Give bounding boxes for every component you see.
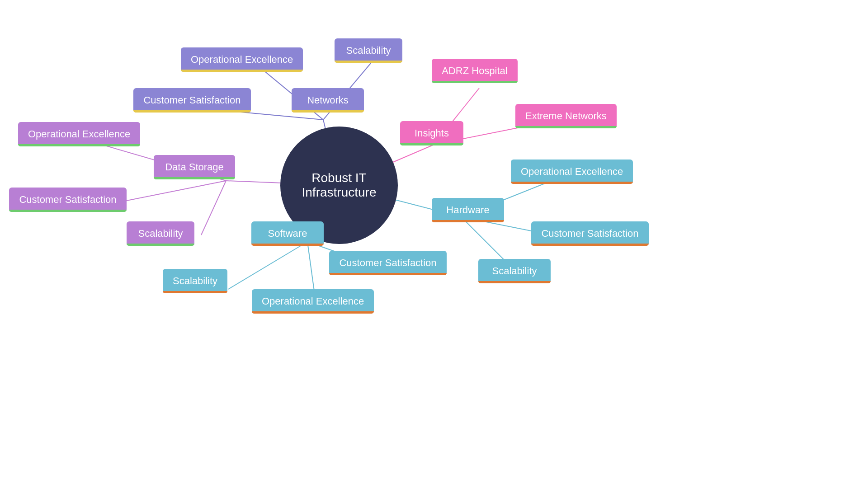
hw-op-ex-node[interactable]: Operational Excellence xyxy=(511,160,633,184)
ds-op-ex-label: Operational Excellence xyxy=(28,128,130,140)
ds-cust-sat-node[interactable]: Customer Satisfaction xyxy=(9,188,127,212)
hw-scalability-node[interactable]: Scalability xyxy=(478,259,551,283)
data-storage-node[interactable]: Data Storage xyxy=(154,155,235,179)
software-node[interactable]: Software xyxy=(251,221,324,246)
hw-scalability-label: Scalability xyxy=(492,265,537,277)
sw-op-ex-label: Operational Excellence xyxy=(262,296,364,307)
svg-line-7 xyxy=(201,181,226,235)
networks-label: Networks xyxy=(307,94,349,106)
networks-node[interactable]: Networks xyxy=(292,88,364,113)
ds-op-ex-node[interactable]: Operational Excellence xyxy=(18,122,140,146)
networks-scalability-node[interactable]: Scalability xyxy=(335,38,402,63)
insights-node[interactable]: Insights xyxy=(400,121,463,145)
extreme-networks-node[interactable]: Extreme Networks xyxy=(515,104,617,128)
networks-op-ex-label: Operational Excellence xyxy=(191,54,293,66)
svg-line-12 xyxy=(228,242,307,289)
extreme-networks-label: Extreme Networks xyxy=(525,110,607,122)
sw-scalability-label: Scalability xyxy=(173,275,217,287)
ds-scalability-node[interactable]: Scalability xyxy=(127,221,194,246)
hardware-node[interactable]: Hardware xyxy=(432,198,504,222)
insights-label: Insights xyxy=(415,127,449,139)
software-label: Software xyxy=(268,228,307,239)
sw-scalability-node[interactable]: Scalability xyxy=(163,269,227,293)
networks-op-ex-node[interactable]: Operational Excellence xyxy=(181,47,303,72)
hardware-label: Hardware xyxy=(446,204,489,216)
networks-cust-sat-label: Customer Satisfaction xyxy=(143,94,241,106)
data-storage-label: Data Storage xyxy=(165,161,224,173)
ds-scalability-label: Scalability xyxy=(138,228,183,239)
hw-op-ex-label: Operational Excellence xyxy=(521,166,623,178)
sw-cust-sat-node[interactable]: Customer Satisfaction xyxy=(329,251,447,275)
networks-scalability-label: Scalability xyxy=(346,45,391,56)
hw-cust-sat-label: Customer Satisfaction xyxy=(541,228,638,239)
adrz-label: ADRZ Hospital xyxy=(442,65,507,77)
sw-op-ex-node[interactable]: Operational Excellence xyxy=(252,289,374,314)
hw-cust-sat-node[interactable]: Customer Satisfaction xyxy=(531,221,649,246)
sw-cust-sat-label: Customer Satisfaction xyxy=(339,257,436,269)
adrz-node[interactable]: ADRZ Hospital xyxy=(432,59,518,83)
ds-cust-sat-label: Customer Satisfaction xyxy=(19,194,116,206)
networks-cust-sat-node[interactable]: Customer Satisfaction xyxy=(133,88,251,113)
center-label: Robust IT Infrastructure xyxy=(280,171,398,200)
